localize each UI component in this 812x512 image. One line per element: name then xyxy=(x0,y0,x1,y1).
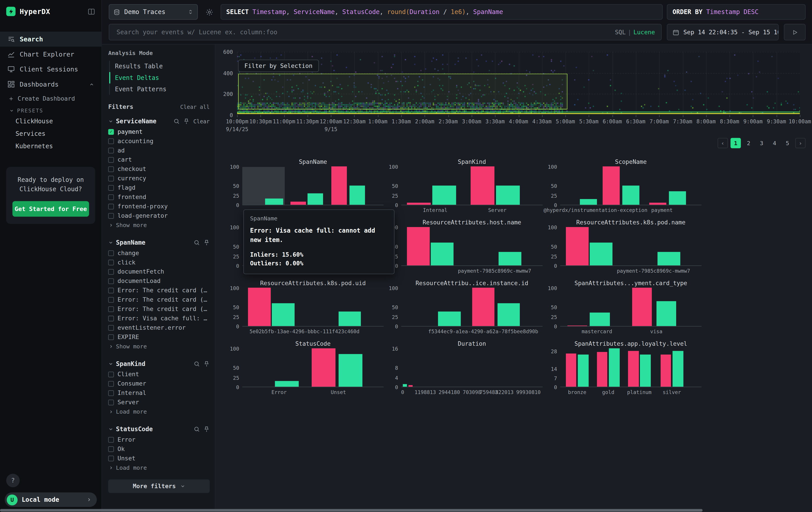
sidebar-item-dashboards[interactable]: Dashboards xyxy=(0,77,102,92)
filter-option[interactable]: Error: Visa cache full: … xyxy=(108,314,210,323)
collapse-sidebar-icon[interactable] xyxy=(88,7,95,16)
select-expression-input[interactable]: SELECT Timestamp, ServiceName, StatusCod… xyxy=(221,4,663,20)
show-more-button[interactable]: Show more xyxy=(108,342,210,351)
chart-plot[interactable] xyxy=(242,167,384,205)
horizontal-scrollbar-thumb[interactable] xyxy=(0,509,703,512)
load-more-button[interactable]: Load more xyxy=(108,463,210,472)
filter-option[interactable]: Error: The credit card (… xyxy=(108,286,210,295)
more-filters-button[interactable]: More filters xyxy=(108,480,210,493)
checkbox[interactable] xyxy=(108,371,114,377)
load-more-button[interactable]: Load more xyxy=(108,407,210,416)
checkbox[interactable] xyxy=(108,185,114,191)
sidebar-item-chart-explorer[interactable]: Chart Explorer xyxy=(0,47,102,62)
help-button[interactable]: ? xyxy=(6,474,20,487)
pin-icon[interactable] xyxy=(183,118,190,125)
checkbox[interactable] xyxy=(108,306,114,312)
user-menu[interactable]: U Local mode xyxy=(5,492,97,507)
filter-option[interactable]: flagd xyxy=(108,183,210,192)
filter-option[interactable]: currency xyxy=(108,173,210,183)
filter-option[interactable]: Client xyxy=(108,370,210,379)
magnifier-icon[interactable] xyxy=(174,118,180,125)
filter-option[interactable]: Error: The credit card (… xyxy=(108,304,210,314)
filter-option[interactable]: EXPIRE xyxy=(108,332,210,342)
filter-option[interactable]: frontend-proxy xyxy=(108,202,210,211)
source-select[interactable]: Demo Traces xyxy=(109,4,198,20)
chart-plot[interactable]: payment-7985c8969c-mwmw7 xyxy=(401,227,543,266)
sidebar-preset-services[interactable]: Services xyxy=(0,128,102,140)
get-started-button[interactable]: Get Started for Free xyxy=(12,201,89,216)
filter-option[interactable]: Consumer xyxy=(108,379,210,388)
sidebar-item-client-sessions[interactable]: Client Sessions xyxy=(0,62,102,77)
checkbox[interactable] xyxy=(108,437,114,442)
chart-plot[interactable]: payment-7985c8969c-mwmw7 xyxy=(560,227,701,266)
checkbox[interactable] xyxy=(108,250,114,256)
gear-icon[interactable] xyxy=(202,4,216,20)
filter-option[interactable]: Error xyxy=(108,435,210,444)
checkbox[interactable]: ✓ xyxy=(108,129,114,135)
filter-option[interactable]: Ok xyxy=(108,444,210,454)
sidebar-item-create-dashboard[interactable]: Create Dashboard xyxy=(0,92,102,104)
sql-mode-label[interactable]: SQL xyxy=(615,28,626,36)
clear-filter-button[interactable]: Clear xyxy=(193,118,210,125)
analysis-mode-event-deltas[interactable]: Event Deltas xyxy=(109,72,210,83)
filter-group-header[interactable]: SpanKind xyxy=(108,358,210,370)
filter-option[interactable]: documentLoad xyxy=(108,276,210,286)
checkbox[interactable] xyxy=(108,176,114,181)
filter-option[interactable]: load-generator xyxy=(108,211,210,220)
checkbox[interactable] xyxy=(108,138,114,144)
checkbox[interactable] xyxy=(108,278,114,284)
query-language-toggle[interactable]: SQL|Lucene xyxy=(615,28,655,36)
checkbox[interactable] xyxy=(108,325,114,330)
lucene-mode-label[interactable]: Lucene xyxy=(634,28,655,36)
filter-option[interactable]: ad xyxy=(108,145,210,155)
checkbox[interactable] xyxy=(108,446,114,452)
page-button-1[interactable]: 1 xyxy=(731,138,741,148)
checkbox[interactable] xyxy=(108,147,114,153)
search-input[interactable] xyxy=(115,28,610,36)
time-selection-rect[interactable] xyxy=(238,74,568,110)
sidebar-item-search[interactable]: Search xyxy=(0,32,102,47)
pin-icon[interactable] xyxy=(203,426,210,432)
page-button-2[interactable]: 2 xyxy=(744,138,754,148)
filter-option[interactable]: Internal xyxy=(108,388,210,398)
chart-plot[interactable]: 5e02b5fb-13ae-4296-bbbc-111f423c460d xyxy=(242,288,384,327)
filter-option[interactable]: accounting xyxy=(108,136,210,145)
analysis-mode-results-table[interactable]: Results Table xyxy=(109,60,210,72)
sidebar-preset-kubernetes[interactable]: Kubernetes xyxy=(0,140,102,153)
chart-plot[interactable]: 0119881329441807030987594838220139993081… xyxy=(401,349,543,387)
magnifier-icon[interactable] xyxy=(194,426,200,432)
checkbox[interactable] xyxy=(108,157,114,162)
magnifier-icon[interactable] xyxy=(194,361,200,367)
chart-plot[interactable]: InternalServer xyxy=(401,167,543,205)
order-by-input[interactable]: ORDER BY Timestamp DESC xyxy=(667,4,806,20)
page-button-3[interactable]: 3 xyxy=(756,138,767,148)
pin-icon[interactable] xyxy=(203,361,210,367)
filter-option[interactable]: Server xyxy=(108,398,210,407)
run-query-button[interactable] xyxy=(784,24,806,41)
presets-toggle[interactable]: PRESETS xyxy=(0,104,102,115)
chart-plot[interactable]: @hyperdx/instrumentation-exceptionpaymen… xyxy=(560,167,701,205)
filter-option[interactable]: ✓payment xyxy=(108,127,210,136)
checkbox[interactable] xyxy=(108,399,114,405)
filter-group-header[interactable]: StatusCode xyxy=(108,423,210,435)
date-range-picker[interactable]: Sep 14 22:04:35 - Sep 15 10:04:35 xyxy=(667,24,779,41)
checkbox[interactable] xyxy=(108,334,114,340)
checkbox[interactable] xyxy=(108,269,114,274)
page-button-4[interactable]: 4 xyxy=(769,138,780,148)
checkbox[interactable] xyxy=(108,455,114,461)
checkbox[interactable] xyxy=(108,381,114,386)
checkbox[interactable] xyxy=(108,194,114,200)
checkbox[interactable] xyxy=(108,316,114,321)
filter-option[interactable]: cart xyxy=(108,155,210,164)
filter-option[interactable]: eventListener.error xyxy=(108,323,210,332)
checkbox[interactable] xyxy=(108,204,114,209)
chart-plot[interactable]: mastercardvisa xyxy=(560,288,701,327)
checkbox[interactable] xyxy=(108,166,114,172)
filter-option[interactable]: Error: The credit card (… xyxy=(108,295,210,304)
prev-page-button[interactable]: ‹ xyxy=(718,138,728,148)
filter-option[interactable]: Unset xyxy=(108,454,210,463)
clear-all-button[interactable]: Clear all xyxy=(180,104,210,110)
filter-option[interactable]: click xyxy=(108,258,210,267)
analysis-mode-event-patterns[interactable]: Event Patterns xyxy=(109,83,210,95)
checkbox[interactable] xyxy=(108,213,114,219)
